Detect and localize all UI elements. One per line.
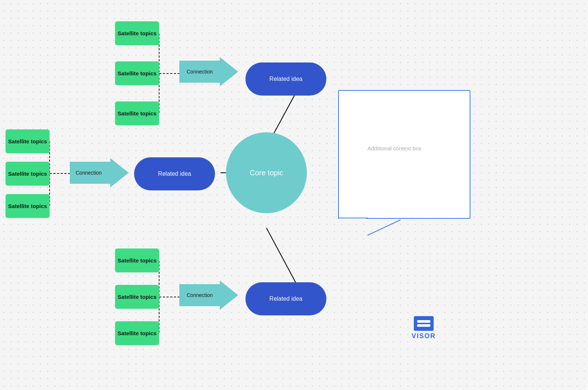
satellite-top-1: Satellite topics — [115, 21, 159, 45]
satellite-top-3: Satellite topics — [115, 101, 159, 125]
visor-text: VISOR — [412, 332, 436, 340]
visor-icon-bar-bottom — [417, 324, 430, 327]
satellite-top-2: Satellite topics — [115, 61, 159, 85]
satellite-bot-3: Satellite topics — [115, 321, 159, 345]
connection-bot: Connection — [179, 280, 238, 310]
connection-top: Connection — [179, 57, 238, 86]
context-box-label: Additional context box — [368, 145, 422, 151]
visor-logo: VISOR — [412, 316, 436, 340]
satellite-mid-2: Satellite topics — [6, 162, 50, 186]
satellite-mid-3: Satellite topics — [6, 194, 50, 218]
diagram-container: Satellite topics Satellite topics Satell… — [0, 0, 588, 390]
core-topic: Core topic — [226, 132, 307, 213]
connection-mid-label: Connection — [76, 170, 102, 176]
related-idea-top: Related idea — [245, 62, 326, 96]
visor-icon — [414, 316, 434, 331]
svg-line-21 — [368, 220, 401, 235]
satellite-bot-2: Satellite topics — [115, 285, 159, 309]
connection-bot-label: Connection — [187, 292, 213, 298]
svg-line-20 — [266, 228, 297, 285]
related-idea-bot: Related idea — [245, 282, 326, 315]
connection-top-label: Connection — [187, 69, 213, 75]
connection-mid: Connection — [70, 158, 129, 187]
context-box — [338, 90, 470, 219]
satellite-bot-1: Satellite topics — [115, 248, 159, 272]
visor-icon-bar-top — [417, 320, 430, 323]
related-idea-mid: Related idea — [134, 157, 215, 190]
satellite-mid-1: Satellite topics — [6, 129, 50, 153]
